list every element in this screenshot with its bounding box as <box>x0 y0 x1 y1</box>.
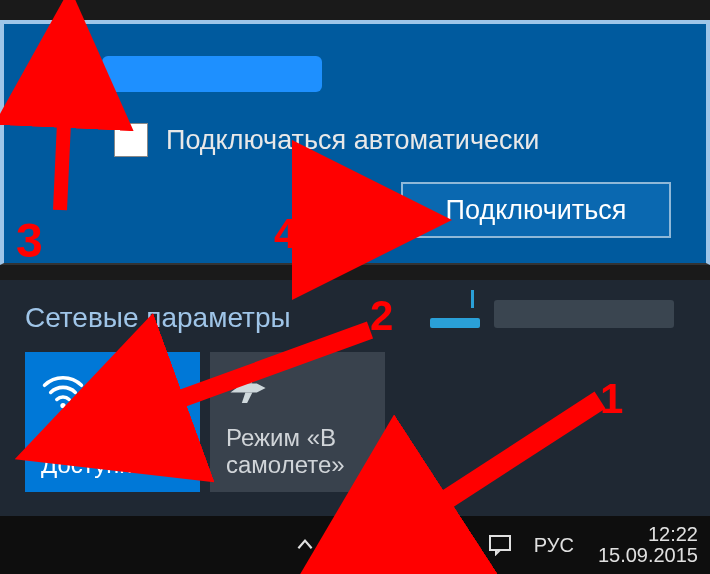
clock[interactable]: 12:22 15.09.2015 <box>592 524 698 566</box>
volume-icon[interactable] <box>436 516 470 574</box>
network-item-name-redacted <box>494 300 674 328</box>
svg-rect-3 <box>362 543 365 547</box>
marker-2: 2 <box>370 292 393 340</box>
wifi-icon <box>41 366 184 414</box>
network-flyout-top: Подключаться автоматически Подключиться … <box>0 20 710 265</box>
airplane-tile-label: Режим «В самолете» <box>226 425 369 478</box>
svg-text:*: * <box>390 533 396 548</box>
router-icon <box>430 300 480 328</box>
marker-3: 3 <box>16 213 43 268</box>
marker-4: 4 <box>274 210 297 258</box>
svg-point-0 <box>56 91 63 98</box>
network-flyout-bottom: Сетевые параметры Доступно <box>0 280 710 516</box>
auto-connect-label: Подключаться автоматически <box>166 125 539 156</box>
auto-connect-checkbox[interactable] <box>114 123 148 157</box>
taskbar: * РУС 12:22 15.09.2015 <box>0 516 710 574</box>
airplane-icon <box>226 366 369 414</box>
wifi-tile[interactable]: Доступно <box>25 352 200 492</box>
action-center-icon[interactable] <box>484 516 516 574</box>
marker-1: 1 <box>600 375 623 423</box>
clock-time: 12:22 <box>598 524 698 545</box>
battery-icon[interactable] <box>334 516 372 574</box>
connect-button[interactable]: Подключиться <box>401 182 671 238</box>
network-item-row[interactable] <box>430 300 674 328</box>
clock-date: 15.09.2015 <box>598 545 698 566</box>
network-tray-icon[interactable]: * <box>386 516 422 574</box>
tray-overflow-icon[interactable] <box>290 516 320 574</box>
quick-tiles: Доступно Режим «В самолете» <box>25 352 685 492</box>
network-entry-row[interactable] <box>34 49 676 99</box>
network-name-redacted <box>102 56 322 92</box>
auto-connect-row[interactable]: Подключаться автоматически <box>114 123 676 157</box>
wifi-tile-label: Доступно <box>41 452 184 478</box>
connect-button-label: Подключиться <box>446 195 627 226</box>
wifi-icon <box>34 49 84 99</box>
svg-point-5 <box>405 551 409 555</box>
airplane-mode-tile[interactable]: Режим «В самолете» <box>210 352 385 492</box>
svg-point-1 <box>60 403 65 408</box>
svg-rect-6 <box>490 536 510 550</box>
language-indicator[interactable]: РУС <box>530 516 578 574</box>
